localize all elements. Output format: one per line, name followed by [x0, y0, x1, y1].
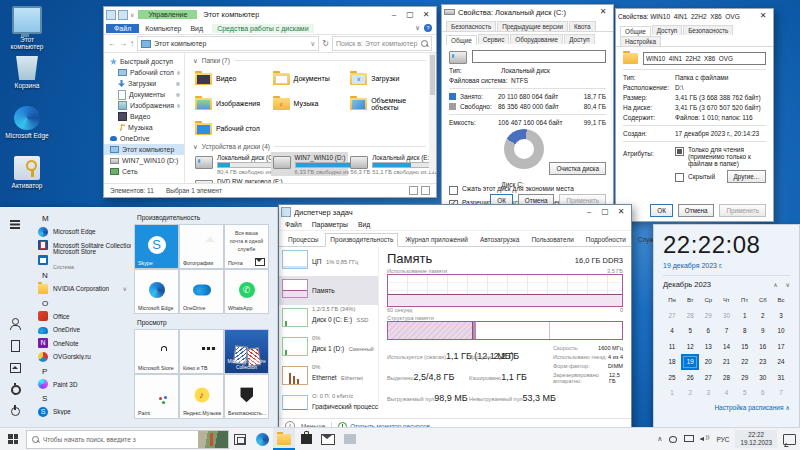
ok-button[interactable]: ОК [650, 204, 673, 217]
calendar-day[interactable]: 11 [663, 339, 681, 355]
folder-item-3d-objects[interactable]: Объемные объекты [348, 91, 426, 116]
sidebar-item-win7-win10[interactable]: WIN7_WIN10 (D:) [104, 155, 184, 166]
calendar-day[interactable]: 3 [699, 385, 717, 401]
taskbar-mail-button[interactable] [317, 428, 339, 450]
sidebar-item-documents[interactable]: Документы [104, 89, 184, 100]
network-tray-icon[interactable] [684, 435, 694, 444]
calendar-day[interactable]: 20 [699, 354, 717, 370]
other-attributes-button[interactable]: Другие... [727, 170, 766, 183]
folders-group-header[interactable]: ∨ Папки (7) [193, 55, 426, 66]
readonly-checkbox[interactable] [675, 147, 684, 156]
tab-performance[interactable]: Производительность [325, 233, 398, 247]
update-tray-icon[interactable] [668, 435, 678, 444]
app-item-skype[interactable]: Skype [34, 405, 131, 419]
calendar-day[interactable]: 8 [736, 323, 754, 339]
calendar-day[interactable]: 24 [772, 354, 790, 370]
tab-customize[interactable]: Настройка [620, 36, 661, 46]
tab-processes[interactable]: Процессы [283, 233, 323, 246]
close-button[interactable]: ✕ [613, 205, 629, 219]
calendar-day[interactable]: 15 [736, 339, 754, 355]
cancel-button[interactable]: Отмена [678, 204, 715, 217]
quick-access-toolbar[interactable]: ∨ [106, 10, 134, 20]
up-icon[interactable]: ↑ [130, 39, 134, 48]
language-indicator[interactable]: РУС [716, 436, 729, 443]
explorer-search-input[interactable]: Поиск в: Этот компьютер [332, 36, 432, 51]
tile-whatsapp[interactable]: ✆ WhatsApp [225, 270, 268, 313]
power-icon[interactable] [9, 405, 21, 417]
volume-tray-icon[interactable] [700, 435, 710, 444]
back-icon[interactable]: ← [108, 39, 116, 48]
settings-icon[interactable] [9, 383, 21, 395]
ribbon-expand-icon[interactable]: ∨ [415, 24, 420, 32]
tab-sharing[interactable]: Доступ [652, 25, 683, 35]
desktop-icon-activator[interactable]: Активатор [4, 156, 50, 189]
app-item-ovgorskiy[interactable]: OVGorskiy.ru [34, 350, 131, 364]
tab-security[interactable]: Безопасность [683, 25, 733, 35]
desktop-icon-recycle-bin[interactable]: Корзина [4, 56, 50, 89]
tab-general[interactable]: Общие [620, 26, 651, 36]
folder-item-desktop[interactable]: Рабочий стол [193, 116, 271, 141]
tab-computer[interactable]: Компьютер [145, 25, 181, 32]
calendar-day[interactable]: 30 [754, 370, 772, 386]
app-item-nvidia[interactable]: NVIDIA Corporation ∨ [34, 282, 131, 296]
tile-edge[interactable]: Microsoft Edge [135, 270, 178, 313]
app-item-office[interactable]: Office [34, 310, 131, 324]
folder-item-music[interactable]: ♪ Музыка [271, 91, 349, 116]
minimize-button[interactable]: – [386, 8, 402, 22]
collapse-icon[interactable]: ∨ [193, 57, 198, 65]
address-bar[interactable]: Этот компьютер ∨ [137, 36, 319, 51]
calendar-day[interactable]: 2 [681, 385, 699, 401]
calendar-day[interactable]: 21 [717, 354, 735, 370]
calendar-prev-icon[interactable]: ∧ [773, 281, 777, 288]
calendar-day[interactable]: 29 [736, 370, 754, 386]
contextual-tab-management[interactable]: Управление [138, 10, 197, 19]
close-button[interactable]: ✕ [755, 9, 771, 23]
calendar-day[interactable]: 17 [772, 339, 790, 355]
taskbar-explorer-button[interactable] [273, 428, 295, 450]
perf-item-ethernet[interactable]: Ethernet Ethernet О: 0 П: 0 кбит/с [279, 363, 378, 392]
calendar-day[interactable]: 1 [663, 385, 681, 401]
calendar-day[interactable]: 18 [663, 354, 681, 370]
folder-name-input[interactable] [643, 52, 766, 65]
sidebar-item-onedrive[interactable]: OneDrive [104, 133, 184, 144]
folder-item-downloads[interactable]: ∨ Загрузки [348, 66, 426, 91]
qat-customize-icon[interactable]: ∨ [130, 11, 134, 18]
sidebar-item-videos[interactable]: Видео [104, 111, 184, 122]
app-item-paint3d[interactable]: Paint 3D [34, 378, 131, 392]
folder-item-videos[interactable]: Видео [193, 66, 271, 91]
calendar-day[interactable]: 9 [754, 323, 772, 339]
calendar-day[interactable]: 12 [681, 339, 699, 355]
calendar-day[interactable]: 7 [717, 323, 735, 339]
calendar-day[interactable]: 29 [699, 308, 717, 324]
help-icon[interactable]: ? [424, 24, 432, 32]
letter-header[interactable]: P [34, 364, 131, 378]
taskbar-edge-button[interactable] [251, 428, 273, 450]
calendar-day[interactable]: 26 [681, 370, 699, 386]
tile-security[interactable]: Безопасность... [225, 375, 268, 418]
letter-header[interactable]: M [34, 211, 131, 225]
calendar-day[interactable]: 13 [699, 339, 717, 355]
disk-cleanup-button[interactable]: Очистка диска [549, 162, 606, 175]
sidebar-item-quick-access[interactable]: Быстрый доступ [104, 56, 184, 67]
tile-onedrive[interactable]: OneDrive [180, 270, 223, 313]
tile-skype[interactable]: S Skype [135, 225, 178, 268]
task-view-button[interactable] [229, 428, 251, 450]
calendar-day[interactable]: 2 [754, 308, 772, 324]
action-center-icon[interactable] [783, 434, 796, 445]
sidebar-item-music[interactable]: Музыка [104, 122, 184, 133]
documents-icon[interactable] [9, 339, 21, 351]
calendar-day[interactable]: 16 [754, 339, 772, 355]
perf-item-cpu[interactable]: ЦП 1% 0,85 ГГц [279, 247, 378, 276]
sidebar-item-this-pc[interactable]: Этот компьютер [104, 144, 184, 155]
tab-startup[interactable]: Автозагрузка [475, 233, 524, 246]
calendar-day[interactable]: 7 [772, 385, 790, 401]
calendar-day[interactable]: 27 [663, 308, 681, 324]
sidebar-item-pictures[interactable]: Изображения [104, 100, 184, 111]
app-item-onedrive[interactable]: OneDrive [34, 323, 131, 337]
perf-item-gpu[interactable]: Графический процессор NVIDIA GeForce GTX… [279, 392, 378, 410]
calendar-day[interactable]: 6 [754, 385, 772, 401]
drive-item-e[interactable]: Локальный диск (E:) 51,1 ГБ свободно из … [348, 152, 426, 176]
tab-sharing[interactable]: Доступ [564, 34, 595, 44]
menu-file[interactable]: Файл [285, 221, 302, 228]
tab-app-history[interactable]: Журнал приложений [400, 233, 473, 246]
